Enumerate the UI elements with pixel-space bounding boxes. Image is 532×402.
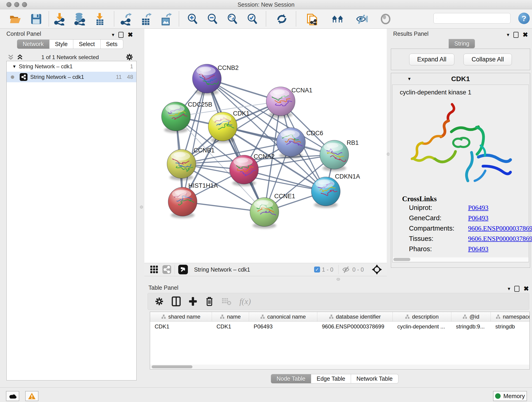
birds-eye-navigator-icon[interactable]: [372, 264, 382, 275]
tab-sets[interactable]: Sets: [101, 39, 123, 49]
network-selection-status: 1 of 1 Network selected: [0, 54, 140, 61]
crosslink-link[interactable]: P06493: [468, 214, 488, 222]
table-cell[interactable]: stringdb: [491, 323, 530, 330]
new-network-from-selection-icon[interactable]: [306, 13, 318, 25]
network-edge-CCNB2-CCNE1[interactable]: [207, 79, 264, 212]
tab-string[interactable]: String: [449, 39, 475, 48]
expand-all-button[interactable]: Expand All: [409, 54, 455, 65]
apply-layout-icon[interactable]: [276, 13, 288, 25]
help-icon[interactable]: ?: [518, 13, 530, 24]
zoom-selected-icon[interactable]: [246, 13, 259, 25]
network-node-CDC6[interactable]: [277, 128, 305, 159]
show-all-icon[interactable]: [380, 13, 392, 25]
table-cell[interactable]: stringdb:9...: [451, 323, 491, 330]
network-node-CDKN1A[interactable]: [311, 177, 340, 208]
zoom-fit-icon[interactable]: [226, 13, 239, 25]
hide-selected-icon[interactable]: [355, 13, 368, 25]
network-node-HIST1H1A[interactable]: [168, 187, 197, 218]
tab-network-table[interactable]: Network Table: [351, 374, 399, 383]
tab-style[interactable]: Style: [50, 39, 74, 49]
first-neighbors-icon[interactable]: [331, 13, 344, 25]
column-type-icon: [329, 314, 334, 319]
network-grid-view-icon[interactable]: [150, 265, 158, 274]
node-label-CCNA2: CCNA2: [254, 153, 275, 160]
table-cell[interactable]: 9606.ENSP00000378699: [317, 323, 393, 330]
network-icon: [20, 73, 27, 81]
network-node-CCNB1[interactable]: [167, 149, 196, 180]
tab-edge-table[interactable]: Edge Table: [311, 374, 351, 383]
import-network-file-icon[interactable]: [54, 13, 66, 25]
save-session-icon[interactable]: [30, 13, 42, 25]
network-options-gear-icon[interactable]: [126, 53, 133, 61]
export-image-icon[interactable]: [160, 13, 172, 25]
delete-column-icon[interactable]: [205, 296, 214, 306]
crosslink-link[interactable]: P06493: [468, 245, 488, 253]
control-panel-tabs: NetworkStyleSelectSets: [17, 39, 123, 49]
selected-checkbox-icon[interactable]: ✓: [314, 267, 320, 273]
table-cell[interactable]: P06493: [249, 323, 317, 330]
crosslink-link[interactable]: 9606.ENSP00000378699: [468, 225, 532, 232]
table-row[interactable]: CDK1CDK1P064939606.ENSP00000378699cyclin…: [150, 322, 530, 332]
column-header-@id[interactable]: @id: [451, 312, 491, 321]
column-header-database-identifier[interactable]: database identifier: [317, 312, 393, 321]
collection-expand-icon[interactable]: ▾: [13, 64, 16, 70]
zoom-out-icon[interactable]: [206, 13, 219, 25]
zoom-in-icon[interactable]: [186, 13, 199, 25]
column-header-namespace[interactable]: namespace: [491, 312, 530, 321]
table-scrollbar[interactable]: [150, 365, 529, 369]
hidden-items-icon[interactable]: [342, 266, 351, 274]
control-panel-close-icon[interactable]: ✖: [128, 31, 133, 38]
table-panel-splitter-handle[interactable]: [336, 278, 340, 281]
table-cell[interactable]: CDK1: [212, 323, 249, 330]
table-options-gear-icon[interactable]: [155, 297, 164, 306]
node-label-CDC6: CDC6: [306, 130, 323, 137]
gene-collapse-icon[interactable]: ▾: [408, 76, 411, 82]
gene-card-scrollbar-thumb[interactable]: [393, 258, 410, 261]
show-columns-icon[interactable]: [172, 296, 181, 306]
import-table-icon[interactable]: [94, 13, 106, 25]
import-network-database-icon[interactable]: [74, 13, 86, 25]
open-session-icon[interactable]: [9, 13, 22, 25]
column-header-name[interactable]: name: [212, 312, 249, 321]
network-node-CCNA1[interactable]: [266, 87, 295, 118]
network-list-view-icon[interactable]: [162, 265, 171, 274]
table-panel-float-icon[interactable]: [514, 286, 519, 292]
network-node-CCNE1[interactable]: [250, 198, 279, 229]
memory-button[interactable]: Memory: [493, 391, 527, 401]
detach-view-icon[interactable]: [178, 264, 188, 274]
table-cell[interactable]: CDK1: [150, 323, 212, 330]
export-table-icon[interactable]: [140, 13, 152, 25]
search-input[interactable]: [438, 15, 510, 22]
results-panel-float-icon[interactable]: [513, 32, 519, 38]
table-panel-close-icon[interactable]: ✖: [524, 285, 529, 293]
tab-node-table[interactable]: Node Table: [271, 374, 311, 383]
control-panel-float-icon[interactable]: [119, 32, 123, 38]
table-panel-collapse-icon[interactable]: ▾: [508, 286, 510, 292]
tab-select[interactable]: Select: [73, 39, 100, 49]
crosslink-link[interactable]: 9606.ENSP00000378699: [468, 235, 532, 242]
network-canvas[interactable]: CCNB2CCNA1CDC25BCDK1CDC6RB1CCNB1CCNA2CDK…: [144, 29, 387, 263]
gene-card-scrollbar[interactable]: [393, 257, 529, 262]
control-panel-collapse-icon[interactable]: ▾: [112, 32, 114, 38]
table-scrollbar-thumb[interactable]: [152, 365, 192, 368]
collapse-all-button[interactable]: Collapse All: [463, 54, 512, 65]
cloud-button[interactable]: [6, 391, 19, 401]
network-node-CDC25B[interactable]: [162, 102, 190, 133]
left-splitter-handle[interactable]: [140, 206, 143, 209]
gene-header[interactable]: ▾ CDK1: [391, 73, 530, 85]
create-column-icon[interactable]: [189, 297, 197, 306]
network-node-RB1[interactable]: [320, 140, 349, 171]
results-panel-collapse-icon[interactable]: ▾: [507, 32, 509, 38]
warnings-button[interactable]: [25, 391, 38, 401]
column-header-description[interactable]: description: [393, 312, 451, 321]
results-panel-close-icon[interactable]: ✖: [523, 31, 528, 38]
network-row[interactable]: String Network – cdk1 11 48: [7, 72, 136, 82]
table-cell[interactable]: cyclin-dependent ...: [393, 323, 451, 330]
network-collection-row[interactable]: ▾ String Network – cdk1 1: [7, 61, 136, 72]
column-header-canonical-name[interactable]: canonical name: [249, 312, 317, 321]
column-header-label: description: [412, 313, 438, 320]
export-network-icon[interactable]: [120, 13, 133, 25]
tab-network[interactable]: Network: [17, 39, 50, 49]
crosslink-link[interactable]: P06493: [468, 204, 488, 211]
column-header-shared-name[interactable]: shared name: [150, 312, 212, 321]
